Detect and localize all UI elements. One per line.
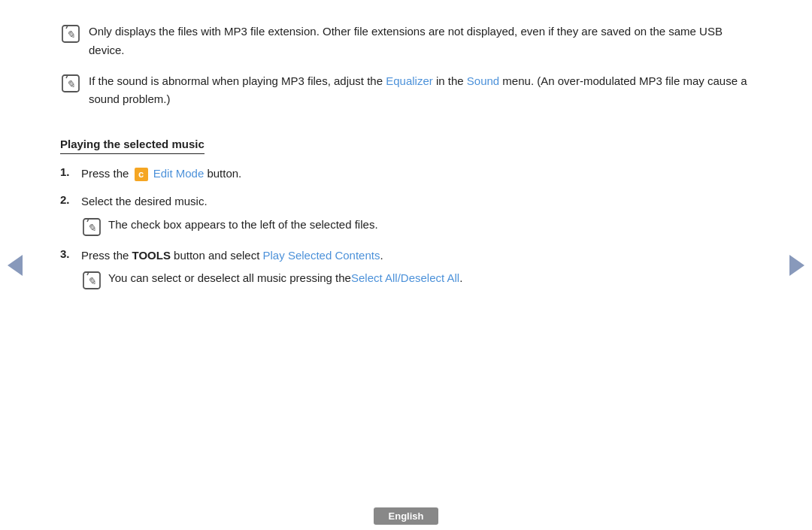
step2-text: Select the desired music. [81,195,208,207]
step-1-content: Press the c Edit Mode button. [81,165,752,183]
sound-link[interactable]: Sound [467,74,499,87]
step1-text-after: button. [204,167,241,180]
step2-note-text: The check box appears to the left of the… [108,216,378,235]
prev-page-button[interactable] [6,252,24,279]
note-text-2: If the sound is abnormal when playing MP… [89,72,752,110]
step3-note-icon: ✎ [81,270,102,291]
svg-text:✎: ✎ [87,223,96,234]
step-2: 2. Select the desired music. ✎ The check… [60,192,752,238]
step1-text-before: Press the [81,167,132,180]
note-icon-2: ✎ [60,73,81,94]
note-item-2: ✎ If the sound is abnormal when playing … [60,72,752,110]
note-icon-1: ✎ [60,23,81,44]
step-3-content: Press the TOOLS button and select Play S… [81,247,752,292]
select-all-link[interactable]: Select All/Deselect All [351,269,459,288]
step3-tools-bold: TOOLS [132,249,171,262]
step3-note-text-before: You can select or deselect all music pre… [108,269,351,288]
main-content: ✎ Only displays the files with MP3 file … [45,0,767,500]
equalizer-link[interactable]: Equalizer [386,74,433,87]
step-1: 1. Press the c Edit Mode button. [60,165,752,183]
play-selected-link[interactable]: Play Selected Contents [263,249,380,262]
note2-text-middle: in the [433,74,467,87]
step3-text-middle: button and select [171,249,263,262]
svg-text:✎: ✎ [66,29,75,41]
step-2-content: Select the desired music. ✎ The check bo… [81,192,752,238]
svg-text:✎: ✎ [87,276,96,287]
next-page-button[interactable] [788,252,806,279]
svg-text:✎: ✎ [66,79,75,90]
step-2-note: ✎ The check box appears to the left of t… [81,216,752,238]
left-arrow-icon [8,255,23,276]
step-1-number: 1. [60,165,81,178]
bottom-bar: English [0,501,812,530]
step3-text-after: . [380,249,383,262]
c-badge: c [135,168,148,181]
step-2-number: 2. [60,192,81,206]
step2-note-icon: ✎ [81,217,102,238]
step-3-note: ✎ You can select or deselect all music p… [81,269,752,291]
note2-text-before: If the sound is abnormal when playing MP… [89,74,386,87]
step-3-number: 3. [60,247,81,260]
step3-text-before: Press the [81,249,132,262]
language-badge: English [374,507,439,525]
right-arrow-icon [789,255,804,276]
edit-mode-link[interactable]: Edit Mode [153,167,205,180]
step3-note-text-after: . [459,269,462,288]
step-3: 3. Press the TOOLS button and select Pla… [60,247,752,292]
section-heading: Playing the selected music [60,138,205,154]
note-text-1: Only displays the files with MP3 file ex… [89,23,752,60]
note-item-1: ✎ Only displays the files with MP3 file … [60,23,752,60]
steps-list: 1. Press the c Edit Mode button. 2. Sele… [60,165,752,291]
